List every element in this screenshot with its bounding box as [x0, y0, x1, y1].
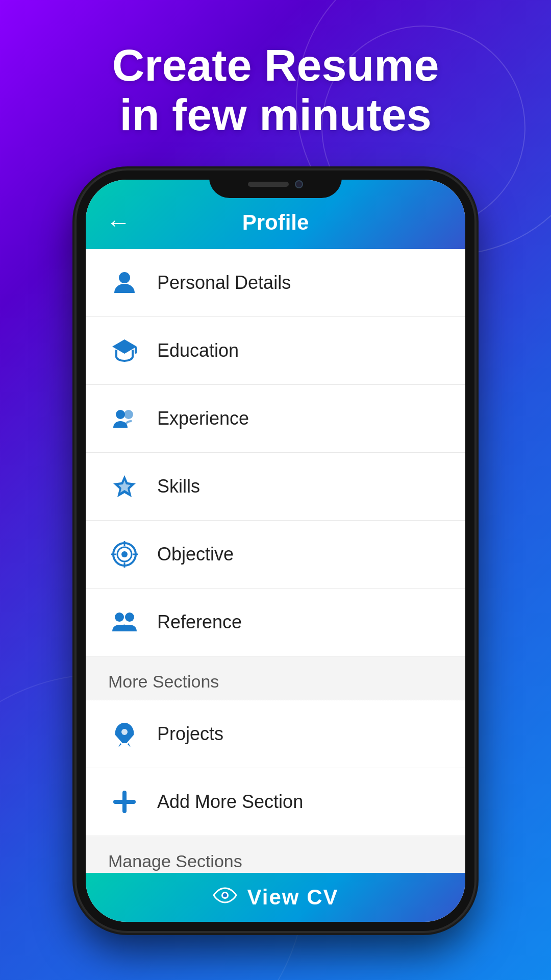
phone-frame: ← Profile Personal Details	[77, 170, 474, 931]
menu-label-objective: Objective	[157, 544, 234, 565]
bottom-bar[interactable]: View CV	[86, 873, 465, 922]
menu-item-reference[interactable]: Reference	[86, 589, 465, 656]
speaker	[248, 182, 289, 187]
back-button[interactable]: ←	[106, 208, 131, 236]
person-icon	[108, 266, 141, 299]
more-sections-label: More Sections	[108, 672, 219, 691]
objective-icon	[108, 538, 141, 571]
manage-sections-header: Manage Sections	[86, 836, 465, 873]
front-camera	[295, 180, 303, 188]
skills-icon	[108, 470, 141, 503]
menu-label-projects: Projects	[157, 723, 223, 745]
menu-item-education[interactable]: Education	[86, 317, 465, 385]
menu-item-personal-details[interactable]: Personal Details	[86, 249, 465, 317]
menu-label-skills: Skills	[157, 476, 200, 497]
menu-item-add-more-section[interactable]: Add More Section	[86, 768, 465, 836]
menu-item-skills[interactable]: Skills	[86, 453, 465, 521]
svg-point-15	[121, 729, 128, 735]
view-cv-label: View CV	[247, 885, 339, 910]
menu-label-reference: Reference	[157, 611, 242, 633]
rocket-icon	[108, 718, 141, 750]
reference-icon	[108, 606, 141, 639]
svg-point-22	[223, 893, 227, 897]
experience-icon	[108, 402, 141, 435]
notch	[209, 180, 342, 198]
svg-point-0	[119, 272, 130, 283]
plus-icon	[108, 786, 141, 818]
menu-label-add-more-section: Add More Section	[157, 791, 303, 813]
menu-item-objective[interactable]: Objective	[86, 521, 465, 589]
phone-wrapper: ← Profile Personal Details	[77, 170, 474, 931]
svg-point-4	[124, 410, 133, 419]
menu-item-projects[interactable]: Projects	[86, 700, 465, 768]
eye-icon	[213, 885, 237, 910]
svg-rect-17	[113, 800, 136, 804]
education-icon	[108, 334, 141, 367]
menu-item-experience[interactable]: Experience	[86, 385, 465, 453]
menu-label-education: Education	[157, 340, 239, 361]
svg-point-8	[121, 551, 128, 557]
menu-label-personal-details: Personal Details	[157, 272, 291, 293]
svg-point-14	[125, 612, 134, 622]
menu-list: Personal Details Education	[86, 249, 465, 873]
manage-sections-label: Manage Sections	[108, 851, 242, 871]
more-sections-header: More Sections	[86, 656, 465, 700]
menu-label-experience: Experience	[157, 408, 249, 429]
svg-point-3	[116, 410, 125, 419]
header-title: Profile	[242, 210, 309, 235]
phone-screen: ← Profile Personal Details	[86, 180, 465, 922]
svg-point-13	[115, 612, 124, 622]
svg-rect-2	[135, 347, 137, 354]
hero-title: Create Resumein few minutes	[82, 41, 470, 140]
